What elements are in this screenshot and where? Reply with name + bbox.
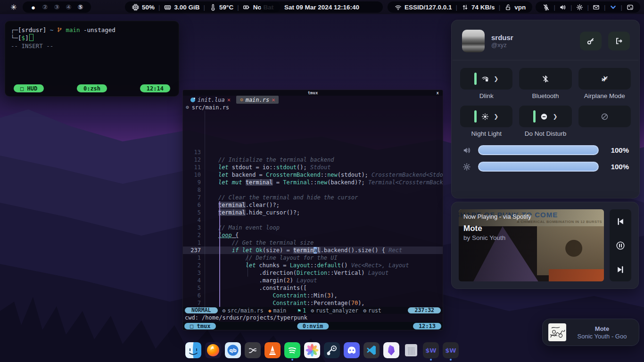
sliders: 100%100% (452, 140, 639, 172)
code-line[interactable]: 2 let chunks = Layout::default() Vec<Rec… (183, 262, 443, 269)
lua-icon (190, 98, 195, 102)
terminal-window[interactable]: ┌─[srdusr] ~ main -unstaged └─[$] -- INS… (5, 21, 179, 97)
brightness-slider[interactable] (478, 162, 599, 172)
file-icon: ⚙ (223, 307, 226, 314)
close-button[interactable]: x (437, 90, 439, 96)
workspace-2[interactable]: ② (41, 3, 49, 11)
net-item: 74 KB/s (461, 3, 495, 11)
code-line[interactable]: 237 if let Ok(size) = terminal.backend()… (183, 247, 443, 254)
media-app-dock-icon[interactable] (245, 342, 261, 358)
workspace-switcher: ●②③④⑤ (23, 1, 91, 13)
dock-item-obsidian (383, 342, 399, 361)
spotify-dock-icon[interactable] (284, 342, 300, 358)
tmux-session-pill[interactable]: □ tmux (184, 323, 216, 329)
speaker-slider[interactable] (478, 145, 599, 155)
gear-icon[interactable] (576, 3, 583, 11)
code-line[interactable]: 13 (183, 148, 443, 156)
tab-close-icon[interactable]: × (227, 97, 231, 103)
code-area[interactable]: 1312 // Initialize the terminal backend1… (183, 111, 443, 307)
code-line[interactable]: 1 // Get the terminal size (183, 239, 443, 247)
user-handle: @xyz (491, 41, 573, 49)
workspace-4[interactable]: ④ (65, 3, 73, 11)
stat-item: 50% (132, 3, 155, 11)
qbittorrent-dock-icon[interactable]: qb (225, 342, 241, 358)
pause-button[interactable] (616, 241, 625, 250)
code-line[interactable]: 3 .direction(Direction::Vertical) Layout (183, 269, 443, 277)
toggle-tile[interactable]: ❯ (460, 106, 512, 127)
code-line[interactable]: 5 terminal.hide_cursor()?; (183, 209, 443, 216)
speaker-icon[interactable] (559, 3, 567, 11)
code-line[interactable]: 7 Constraint::Percentage(70), (183, 299, 443, 307)
tab-init.lua[interactable]: init.lua× (187, 96, 234, 104)
notification[interactable]: Mote Sonic Youth - Goo (542, 319, 639, 346)
net-value: vpn (514, 4, 526, 11)
previous-button[interactable] (616, 217, 625, 226)
hud-pill[interactable]: □ HUD (14, 84, 44, 92)
mail-icon[interactable] (593, 3, 600, 11)
code-text: let mut terminal = Terminal::new(backend… (205, 179, 443, 186)
code-line[interactable]: 4 (183, 216, 443, 224)
code-line[interactable]: 12 // Initialize the terminal backend (183, 156, 443, 164)
code-line[interactable]: 8 (183, 186, 443, 194)
dock-item-discord (344, 342, 360, 361)
line-number: 8 (183, 186, 205, 194)
zsh-session-pill[interactable]: 0:zsh (77, 84, 107, 92)
tab-main.rs[interactable]: ⚙main.rs× (236, 96, 279, 104)
launcher-icon[interactable]: ✳ (8, 1, 20, 13)
code-line[interactable]: 6 terminal.clear()?; (183, 201, 443, 209)
photos-dock-icon[interactable] (304, 342, 320, 358)
chevron-right-icon[interactable]: ❯ (494, 113, 498, 120)
code-line[interactable]: 2 loop { (183, 231, 443, 239)
separator: | (604, 4, 606, 11)
code-line[interactable]: 6 Constraint::Min(3), (183, 292, 443, 299)
toggle-tile[interactable]: ✈ (578, 68, 631, 90)
code-line[interactable]: 9 let mut terminal = Terminal::new(backe… (183, 179, 443, 186)
firefox-dock-icon[interactable] (205, 342, 221, 358)
mic-muted-icon[interactable] (542, 3, 550, 11)
code-text: loop { (205, 231, 443, 239)
workspace-3[interactable]: ③ (53, 3, 61, 11)
line-number: 4 (183, 216, 205, 224)
toggles-icon[interactable] (626, 3, 634, 11)
active-indicator (474, 73, 477, 85)
chevron-down-icon[interactable] (609, 3, 617, 11)
obsidian-dock-icon[interactable] (383, 342, 399, 358)
workspace-5[interactable]: ⑤ (76, 3, 84, 11)
clock[interactable]: Sat 09 Mar 2024 12:16:40 (261, 1, 383, 13)
toggle-tile[interactable]: ❯ (519, 106, 571, 127)
code-line[interactable]: 1 // Define layout for the UI (183, 254, 443, 262)
brightness-slider-row: 100% (462, 162, 629, 172)
tmux-window-pill[interactable]: 0:nvim (297, 323, 329, 329)
file-manager-dock-icon[interactable] (185, 342, 201, 358)
code-text: Constraint::Percentage(70), (205, 299, 443, 307)
toggle-tile[interactable] (578, 106, 631, 127)
code-line[interactable]: 3 // Main event loop (183, 224, 443, 231)
lock-keys-button[interactable] (580, 32, 602, 50)
toggle-label: Airplane Mode (584, 92, 625, 100)
toggle-tile[interactable] (519, 68, 571, 90)
tab-close-icon[interactable]: × (272, 97, 275, 103)
toggle-dlink: ❯Dlink (460, 68, 512, 100)
system-stats: 50%|3.00 GiB|59°C|No Bat (125, 1, 280, 13)
typerpunk-alt-dock-icon[interactable]: $W (443, 342, 459, 358)
toggle-empty (578, 106, 631, 138)
workspace-1[interactable]: ● (29, 3, 37, 11)
discord-dock-icon[interactable] (344, 342, 360, 358)
trash-dock-icon[interactable] (403, 342, 419, 358)
code-line[interactable]: 11 let stdout = io::stdout(); Stdout (183, 164, 443, 171)
toggle-tile[interactable]: ❯ (460, 68, 512, 90)
chevron-right-icon[interactable]: ❯ (553, 113, 557, 120)
steam-dock-icon[interactable] (324, 342, 340, 358)
next-button[interactable] (616, 265, 625, 274)
code-line[interactable]: 4 .margin(2) Layout (183, 277, 443, 284)
typerpunk-dock-icon[interactable]: $W (423, 342, 439, 358)
line-number: 7 (183, 299, 205, 307)
code-line[interactable]: 7 // Clear the terminal and hide the cur… (183, 194, 443, 201)
chevron-right-icon[interactable]: ❯ (494, 75, 498, 82)
vlc-dock-icon[interactable] (264, 342, 281, 358)
logout-button[interactable] (608, 32, 630, 50)
tmux-window[interactable]: tmux x init.lua×⚙main.rs× ⚙ src/main.rs … (182, 90, 443, 330)
code-line[interactable]: 10 let backend = CrosstermBackend::new(s… (183, 171, 443, 179)
vscode-dock-icon[interactable] (363, 342, 380, 358)
code-line[interactable]: 5 .constraints([ (183, 284, 443, 292)
